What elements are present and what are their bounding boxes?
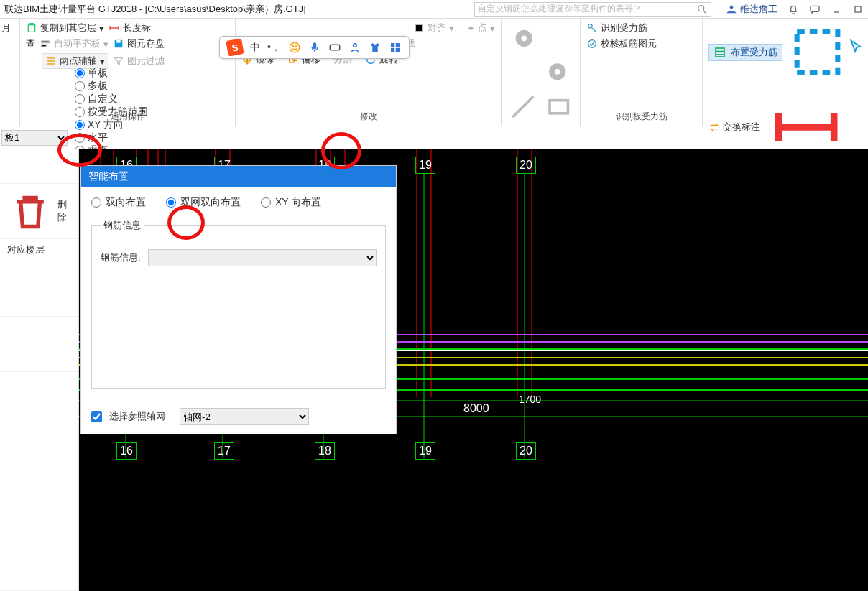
- ref-axis-select[interactable]: 轴网-2: [180, 408, 309, 425]
- swap-icon: [708, 121, 720, 133]
- axis-label-top-20: 20: [516, 157, 536, 174]
- rebar-info-legend: 钢筋信息: [101, 219, 144, 232]
- copy-to-layer[interactable]: 复制到其它层 ▾: [26, 22, 104, 34]
- user-name[interactable]: 维达詹工: [726, 3, 777, 16]
- svg-rect-44: [391, 43, 394, 47]
- ime-toolbar[interactable]: S 中 •，: [219, 36, 410, 59]
- select-area-icon[interactable]: [787, 22, 848, 83]
- window-min-icon[interactable]: [831, 4, 842, 15]
- search-placeholder: 自定义钢筋怎么处理复杂等至构件的表哥？: [478, 3, 642, 15]
- keyboard-icon[interactable]: [328, 41, 341, 54]
- svg-line-1: [703, 11, 706, 13]
- group-title-recognize: 识别板受力筋: [586, 109, 696, 126]
- window-title: 联达BIM土建计量平台 GTJ2018 - [C:\Users\asus\Des…: [4, 3, 306, 16]
- axis-icon: [45, 55, 57, 67]
- placement-single[interactable]: 单板: [75, 67, 170, 80]
- mic-icon[interactable]: [308, 41, 321, 54]
- shirt-icon[interactable]: [369, 41, 382, 54]
- ref-axis-checkbox[interactable]: [91, 411, 102, 422]
- svg-rect-11: [42, 45, 47, 47]
- grid-icon: [714, 46, 726, 59]
- radio-xy-direction[interactable]: XY 向布置: [261, 196, 321, 209]
- axis-label-bot-19: 19: [415, 442, 435, 460]
- save-image[interactable]: 图元存盘: [113, 37, 165, 50]
- paste-icon: [26, 22, 37, 34]
- dim-small-4: 1700: [519, 394, 541, 405]
- svg-point-0: [698, 5, 704, 11]
- recognize-bar[interactable]: 识别受力筋: [586, 22, 647, 34]
- axis-label-bot-16: 16: [116, 442, 137, 460]
- chat-icon[interactable]: [809, 4, 821, 15]
- bell-icon[interactable]: [788, 4, 799, 15]
- draw-icon-2[interactable]: [507, 91, 539, 123]
- sogou-logo-icon: S: [226, 38, 244, 56]
- ruler-icon: [108, 22, 120, 34]
- elem-filter: 图元过滤: [113, 55, 165, 68]
- radio-double-net[interactable]: 双网双向布置: [166, 196, 241, 209]
- svg-rect-13: [116, 40, 120, 43]
- svg-rect-2: [811, 6, 819, 11]
- menu-placeholder[interactable]: 月: [1, 22, 18, 34]
- side-select-icon[interactable]: [848, 39, 864, 55]
- radio-bidirectional[interactable]: 双向布置: [91, 196, 146, 209]
- placement-multi[interactable]: 多板: [75, 80, 170, 93]
- svg-point-43: [354, 44, 357, 47]
- rebar-info-fieldset: 钢筋信息 钢筋信息:: [91, 219, 386, 389]
- svg-rect-45: [396, 43, 400, 47]
- svg-point-21: [552, 66, 563, 78]
- check-icon: [586, 38, 598, 50]
- axis-label-bot-18: 18: [315, 442, 335, 460]
- user-icon: [726, 4, 737, 15]
- svg-rect-38: [313, 43, 315, 49]
- left-match-floor[interactable]: 对应楼层: [0, 239, 78, 261]
- svg-rect-47: [396, 48, 400, 52]
- smart-placement-panel: 智能布置 双向布置 双网双向布置 XY 向布置 钢筋信息 钢筋信息: 选择参照轴…: [80, 165, 397, 434]
- svg-rect-46: [391, 48, 394, 52]
- smart-panel-title: 智能布置: [81, 166, 396, 187]
- auto-align: 自动平齐板 ▾: [40, 37, 108, 50]
- placement-bybar[interactable]: 按受力筋范围: [75, 106, 170, 118]
- point-btn: ✦点 ▾: [467, 22, 495, 34]
- smile-icon[interactable]: [288, 41, 301, 54]
- global-search[interactable]: 自定义钢筋怎么处理复杂等至构件的表哥？: [474, 2, 711, 17]
- left-delete[interactable]: 删除: [0, 184, 78, 239]
- layer-select[interactable]: 板1: [1, 130, 68, 146]
- rect-icon[interactable]: [543, 91, 575, 123]
- axis-label-top-19: 19: [415, 157, 435, 174]
- svg-rect-39: [330, 45, 340, 50]
- check-rebar[interactable]: 校核板筋图元: [586, 37, 657, 50]
- grid2-icon[interactable]: [389, 41, 402, 54]
- search-icon: [696, 4, 708, 15]
- person-icon[interactable]: [348, 41, 361, 54]
- svg-point-24: [588, 24, 592, 28]
- svg-rect-29: [797, 32, 838, 73]
- draw-icon-1[interactable]: [507, 22, 574, 88]
- svg-point-25: [588, 40, 596, 48]
- svg-point-36: [292, 46, 294, 47]
- dim-8000-3: 8000: [463, 402, 489, 415]
- length-label[interactable]: 长度标: [108, 22, 151, 34]
- placement-xydir[interactable]: XY 方向: [75, 118, 170, 131]
- svg-point-20: [519, 33, 530, 45]
- placement-horiz[interactable]: 水平: [75, 131, 170, 144]
- find-button[interactable]: 查: [26, 37, 35, 50]
- ref-axis-label: 选择参照轴网: [109, 410, 165, 423]
- titlebar: 联达BIM土建计量平台 GTJ2018 - [C:\Users\asus\Des…: [0, 0, 868, 19]
- rebar-info-label: 钢筋信息:: [101, 251, 141, 264]
- align2-icon: [413, 22, 425, 34]
- placement-custom[interactable]: 自定义: [75, 93, 170, 106]
- svg-rect-26: [716, 48, 724, 57]
- swap-note[interactable]: 交换标注: [708, 121, 760, 134]
- arrange-bar-button[interactable]: 布置受力筋: [708, 44, 782, 61]
- align-btn: 对齐 ▾: [413, 22, 454, 34]
- rebar-info-select[interactable]: [148, 249, 377, 266]
- svg-point-37: [295, 46, 297, 47]
- window-max-icon[interactable]: [852, 4, 864, 15]
- ime-punct[interactable]: •，: [267, 41, 281, 54]
- axis-label-bot-17: 17: [214, 442, 234, 460]
- svg-rect-4: [855, 6, 861, 12]
- delete-icon: [7, 188, 53, 234]
- axis-label-bot-20: 20: [516, 442, 536, 460]
- left-panel: 删除 对应楼层: [0, 149, 79, 591]
- ime-lang[interactable]: 中: [250, 41, 260, 54]
